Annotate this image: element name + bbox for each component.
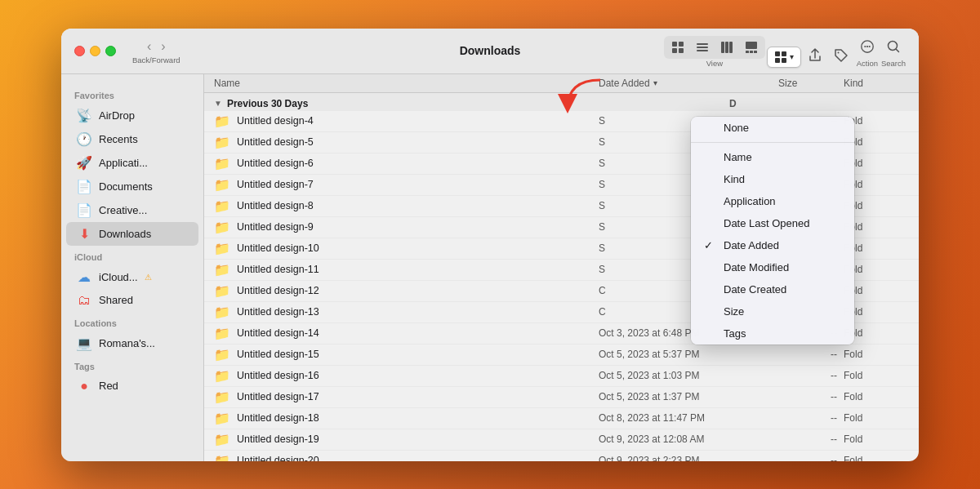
sort-button[interactable]: ▾ — [767, 47, 801, 68]
folder-icon: 📁 — [214, 453, 230, 461]
nav-group: ‹ › Back/Forward — [132, 38, 180, 64]
dropdown-size-label: Size — [724, 305, 744, 318]
file-row[interactable]: 📁Untitled design-15 Oct 5, 2023 at 5:37 … — [204, 345, 919, 366]
file-name: Untitled design-9 — [237, 221, 314, 233]
tag-button[interactable] — [829, 43, 853, 68]
section-chevron: ▼ — [214, 99, 222, 108]
shared-label: Shared — [99, 294, 133, 306]
icloud-icon: ☁ — [76, 269, 92, 285]
recents-icon: 🕐 — [76, 131, 92, 147]
view-label: View — [706, 59, 723, 68]
favorites-header: Favorites — [61, 84, 203, 104]
main-content: Favorites 📡 AirDrop 🕐 Recents 🚀 Applicat… — [61, 74, 919, 461]
file-date: Oct 5, 2023 at 5:37 PM — [599, 349, 778, 360]
file-kind: Fold — [844, 370, 909, 381]
kind-column-header[interactable]: Kind — [844, 78, 909, 89]
list-view-button[interactable] — [690, 38, 715, 57]
sidebar-item-airdrop[interactable]: 📡 AirDrop — [66, 104, 198, 127]
file-row[interactable]: 📁Untitled design-20 Oct 9, 2023 at 2:23 … — [204, 451, 919, 461]
dropdown-item-date-created[interactable]: Date Created — [691, 278, 854, 300]
folder-icon: 📁 — [214, 262, 230, 278]
file-kind: Fold — [844, 391, 909, 402]
folder-icon: 📁 — [214, 347, 230, 362]
sidebar-item-creative[interactable]: 📄 Creative... — [66, 198, 198, 222]
dropdown-item-size[interactable]: Size — [691, 300, 854, 322]
search-button[interactable] — [881, 34, 906, 59]
file-name: Untitled design-18 — [237, 412, 319, 424]
checkmark-date-added: ✓ — [704, 239, 717, 251]
dropdown-item-date-modified[interactable]: Date Modified — [691, 256, 854, 278]
tags-header: Tags — [61, 355, 203, 375]
forward-button[interactable]: › — [158, 38, 168, 56]
svg-point-22 — [869, 45, 871, 47]
sidebar-item-icloud[interactable]: ☁ iCloud... ⚠ — [66, 265, 198, 289]
locations-header: Locations — [61, 312, 203, 331]
date-column-header[interactable]: Date Added ▾ — [599, 78, 778, 89]
dropdown-item-kind[interactable]: Kind — [691, 168, 854, 190]
file-list-header: Name Date Added ▾ Size Kind — [204, 74, 919, 93]
folder-icon: 📁 — [214, 432, 230, 447]
sidebar-item-red-tag[interactable]: ● Red — [66, 375, 198, 398]
sidebar-item-romana[interactable]: 💻 Romana's... — [66, 331, 198, 355]
dropdown-name-label: Name — [724, 151, 752, 163]
name-column-header[interactable]: Name — [214, 78, 599, 89]
svg-rect-3 — [679, 48, 684, 53]
dropdown-none-label: None — [724, 122, 749, 134]
svg-point-20 — [864, 45, 866, 47]
dropdown-item-application[interactable]: Application — [691, 190, 854, 212]
shared-icon: 🗂 — [76, 293, 92, 308]
file-row[interactable]: 📁Untitled design-18 Oct 8, 2023 at 11:47… — [204, 408, 919, 429]
view-buttons — [664, 36, 765, 59]
traffic-lights — [74, 46, 116, 56]
sidebar-item-shared[interactable]: 🗂 Shared — [66, 289, 198, 312]
section-title: Previous 30 Days — [227, 98, 308, 109]
dropdown-separator — [691, 142, 854, 143]
sidebar-item-applications[interactable]: 🚀 Applicati... — [66, 151, 198, 175]
dropdown-item-none[interactable]: None — [691, 117, 854, 139]
sidebar-item-documents[interactable]: 📄 Documents — [66, 175, 198, 198]
file-row[interactable]: 📁Untitled design-19 Oct 9, 2023 at 12:08… — [204, 429, 919, 451]
file-size: -- — [778, 412, 844, 424]
file-kind: Fold — [844, 412, 909, 424]
svg-rect-17 — [782, 58, 786, 63]
icloud-header: iCloud — [61, 246, 203, 265]
svg-rect-1 — [679, 42, 684, 47]
dropdown-item-date-last-opened[interactable]: Date Last Opened — [691, 212, 854, 234]
back-button[interactable]: ‹ — [144, 38, 154, 56]
share-button[interactable] — [803, 43, 827, 68]
icloud-warning-icon: ⚠ — [145, 273, 152, 282]
file-name: Untitled design-15 — [237, 349, 319, 360]
sidebar-item-recents[interactable]: 🕐 Recents — [66, 127, 198, 151]
more-button[interactable] — [855, 34, 880, 59]
folder-icon: 📁 — [214, 113, 230, 129]
svg-rect-14 — [775, 51, 780, 56]
columns-view-button[interactable] — [715, 38, 739, 57]
size-column-header[interactable]: Size — [778, 78, 844, 89]
file-date: Oct 5, 2023 at 1:37 PM — [599, 391, 778, 402]
file-row[interactable]: 📁Untitled design-16 Oct 5, 2023 at 1:03 … — [204, 366, 919, 387]
action-label: Action — [857, 59, 878, 68]
file-name: Untitled design-11 — [237, 264, 319, 275]
gallery-view-button[interactable] — [739, 38, 764, 57]
dropdown-item-tags[interactable]: Tags — [691, 322, 854, 345]
documents-label: Documents — [99, 180, 153, 193]
minimize-button[interactable] — [90, 46, 100, 56]
airdrop-label: AirDrop — [99, 109, 135, 122]
maximize-button[interactable] — [105, 46, 116, 56]
file-size: -- — [778, 455, 844, 461]
file-name: Untitled design-4 — [237, 115, 314, 127]
sort-dropdown-arrow: ▾ — [790, 52, 794, 61]
sidebar-item-downloads[interactable]: ⬇ Downloads — [66, 222, 198, 246]
dropdown-item-date-added[interactable]: ✓ Date Added — [691, 234, 854, 256]
file-name: Untitled design-6 — [237, 158, 314, 169]
close-button[interactable] — [74, 46, 85, 56]
folder-icon: 📁 — [214, 220, 230, 235]
file-row[interactable]: 📁Untitled design-17 Oct 5, 2023 at 1:37 … — [204, 387, 919, 408]
dropdown-item-name[interactable]: Name — [691, 146, 854, 168]
folder-icon: 📁 — [214, 411, 230, 426]
file-date: Oct 9, 2023 at 2:23 PM — [599, 455, 778, 461]
folder-icon: 📁 — [214, 198, 230, 214]
svg-point-23 — [888, 41, 897, 50]
grid-view-button[interactable] — [666, 38, 690, 57]
dropdown-date-last-opened-label: Date Last Opened — [724, 217, 810, 229]
